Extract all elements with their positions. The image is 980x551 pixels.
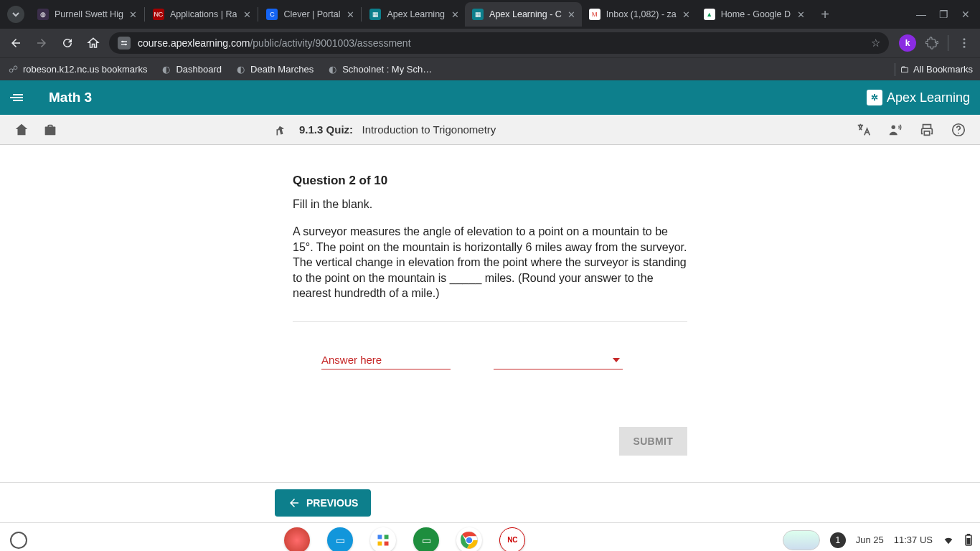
previous-button[interactable]: PREVIOUS	[275, 489, 371, 517]
briefcase-icon	[42, 122, 58, 138]
translate-button[interactable]	[855, 121, 872, 138]
tab-title: Purnell Swett Hig	[55, 9, 123, 19]
maximize-button[interactable]: ❐	[939, 9, 948, 20]
activity-toolbar-right	[855, 121, 967, 138]
new-tab-button[interactable]: +	[815, 4, 835, 24]
bookmark-label: robeson.k12.nc.us bookmarks	[23, 64, 147, 75]
app-classroom[interactable]: ▭	[413, 527, 439, 552]
browser-toolbar: course.apexlearning.com/public/activity/…	[0, 29, 980, 57]
extensions-puzzle-button[interactable]	[922, 33, 942, 53]
arrow-left-icon	[288, 496, 301, 509]
print-button[interactable]	[918, 121, 936, 138]
app-files[interactable]	[370, 527, 396, 552]
bookmark-item[interactable]: ☍ robeson.k12.nc.us bookmarks	[7, 64, 147, 75]
question-instruction: Fill in the blank.	[293, 198, 687, 211]
print-icon	[919, 122, 935, 138]
bookmark-star-button[interactable]: ☆	[871, 37, 880, 50]
shelf-date[interactable]: Jun 25	[856, 534, 884, 545]
tab-close-button[interactable]: ✕	[128, 9, 139, 20]
browser-tab[interactable]: ▲ Home - Google D ✕	[697, 2, 811, 27]
svg-point-4	[963, 46, 966, 48]
menu-button[interactable]	[10, 94, 32, 101]
tab-title: Home - Google D	[721, 9, 791, 19]
app-nctest[interactable]: NC	[499, 527, 525, 552]
chrome-menu-button[interactable]	[954, 33, 974, 53]
tab-close-button[interactable]: ✕	[449, 9, 461, 20]
tab-close-button[interactable]: ✕	[795, 9, 806, 20]
favicon-icon: ▦	[369, 9, 381, 20]
resources-button[interactable]	[42, 121, 59, 138]
bookmark-label: Death Marches	[250, 64, 314, 75]
tab-title: Apex Learning	[387, 9, 445, 19]
tab-separator	[258, 7, 258, 22]
launcher-button[interactable]	[10, 532, 27, 549]
minimize-button[interactable]: —	[916, 9, 926, 20]
close-window-button[interactable]: ✕	[961, 9, 970, 20]
forward-button[interactable]	[32, 33, 52, 53]
puzzle-icon	[925, 37, 938, 50]
back-button[interactable]	[6, 33, 26, 53]
tab-close-button[interactable]: ✕	[681, 9, 692, 20]
svg-rect-11	[385, 541, 389, 545]
shelf-time[interactable]: 11:37 US	[894, 534, 933, 545]
bookmark-label: Schoolnet : My Sch…	[342, 64, 432, 75]
browser-tab[interactable]: NC Applications | Ra ✕	[146, 2, 258, 27]
battery-icon[interactable]	[964, 534, 973, 547]
breadcrumb-title: Introduction to Trigonometry	[362, 123, 496, 136]
site-settings-icon[interactable]	[118, 37, 131, 50]
app-news[interactable]: ▭	[327, 527, 353, 552]
all-bookmarks-button[interactable]: 🗀 All Bookmarks	[895, 63, 973, 76]
arrow-right-icon	[35, 37, 48, 50]
favicon-icon: ▦	[472, 9, 484, 20]
tab-search-button[interactable]	[7, 6, 24, 23]
reload-button[interactable]	[57, 33, 77, 53]
tab-close-button[interactable]: ✕	[241, 9, 253, 20]
tab-close-button[interactable]: ✕	[566, 9, 578, 20]
svg-rect-8	[378, 534, 382, 539]
browser-tab[interactable]: C Clever | Portal ✕	[259, 2, 360, 27]
shelf-status: 1 Jun 25 11:37 US	[783, 530, 973, 550]
course-title: Math 3	[49, 90, 92, 105]
address-bar[interactable]: course.apexlearning.com/public/activity/…	[109, 32, 889, 54]
dashboard-home-button[interactable]	[13, 121, 30, 138]
app-chrome[interactable]	[456, 527, 482, 552]
tab-strip: ◍ Purnell Swett Hig ✕ NC Applications | …	[0, 0, 980, 29]
help-button[interactable]	[950, 121, 967, 138]
browser-tab[interactable]: M Inbox (1,082) - za ✕	[582, 2, 697, 27]
notification-badge[interactable]: 1	[830, 532, 846, 548]
svg-point-3	[963, 42, 966, 44]
bookmark-item[interactable]: ◐ Schoolnet : My Sch…	[326, 64, 432, 75]
question-number: Question 2 of 10	[293, 174, 687, 188]
tab-close-button[interactable]: ✕	[344, 9, 356, 20]
activity-toolbar: 9.1.3 Quiz: Introduction to Trigonometry	[0, 115, 980, 145]
globe-icon: ◐	[235, 64, 246, 75]
all-bookmarks-label: All Bookmarks	[913, 64, 973, 75]
wifi-icon[interactable]	[943, 534, 954, 546]
weather-chip[interactable]	[783, 530, 820, 550]
divider	[293, 321, 687, 322]
home-icon	[14, 122, 29, 138]
answer-input[interactable]	[321, 351, 451, 369]
unit-select[interactable]	[494, 352, 623, 369]
brand-text: Apex Learning	[887, 90, 970, 105]
bookmark-item[interactable]: ◐ Dashboard	[160, 64, 222, 75]
question-body: A surveyor measures the angle of elevati…	[293, 224, 687, 301]
bookmarks-bar: ☍ robeson.k12.nc.us bookmarks ◐ Dashboar…	[0, 57, 980, 80]
tab-separator	[361, 7, 362, 22]
bookmark-item[interactable]: ◐ Death Marches	[235, 64, 314, 75]
extension-kami-button[interactable]: k	[899, 34, 916, 52]
navigation-bar: PREVIOUS	[0, 482, 980, 522]
reload-icon	[61, 37, 74, 50]
read-aloud-button[interactable]	[887, 121, 904, 138]
browser-tab[interactable]: ◍ Purnell Swett Hig ✕	[30, 2, 143, 27]
up-level-button[interactable]	[275, 123, 289, 137]
app-paint[interactable]	[284, 527, 310, 552]
home-button[interactable]	[83, 33, 103, 53]
favicon-icon: C	[266, 9, 278, 20]
browser-tab[interactable]: ▦ Apex Learning ✕	[362, 2, 465, 27]
tab-title: Apex Learning - C	[489, 9, 562, 19]
submit-button[interactable]: SUBMIT	[619, 427, 687, 456]
svg-point-2	[963, 38, 966, 40]
browser-tab-active[interactable]: ▦ Apex Learning - C ✕	[465, 2, 582, 27]
svg-point-0	[122, 41, 124, 43]
